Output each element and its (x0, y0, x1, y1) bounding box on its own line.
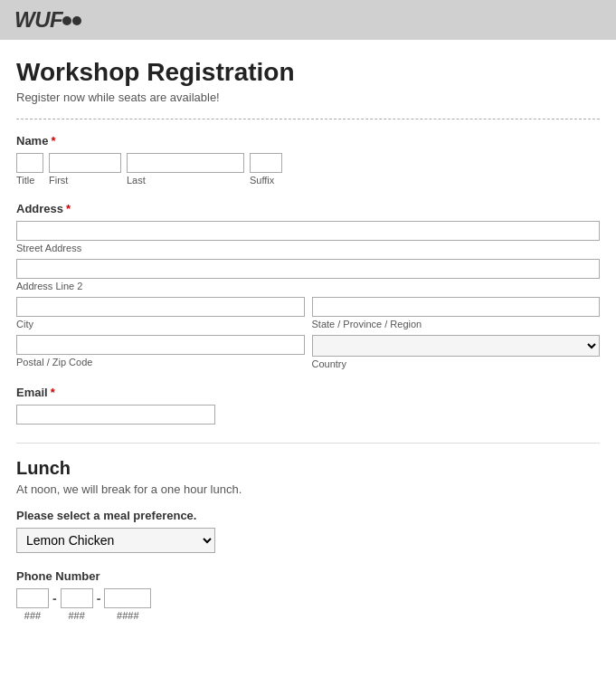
postal-input[interactable] (16, 335, 305, 355)
phone-dash-1: - (52, 591, 57, 618)
address-label: Address* (16, 202, 600, 215)
state-input[interactable] (312, 297, 601, 317)
phone-label: Phone Number (16, 569, 600, 583)
first-input[interactable] (49, 153, 121, 173)
country-sublabel: Country (312, 358, 601, 369)
street-sublabel: Street Address (16, 243, 600, 253)
city-state-row: City State / Province / Region (16, 297, 600, 329)
phone-exchange-input[interactable] (61, 588, 93, 608)
phone-area-input[interactable] (16, 588, 49, 608)
phone-area-wrap: ### (16, 588, 49, 621)
first-sublabel: First (49, 175, 121, 186)
phone-area-sub: ### (24, 610, 41, 621)
address-required: * (66, 202, 71, 215)
lunch-description: At noon, we will break for a one hour lu… (16, 482, 600, 496)
phone-dash-2: - (97, 591, 101, 618)
phone-field-group: Phone Number ### - ### - #### (16, 569, 600, 621)
phone-inputs-row: ### - ### - #### (16, 588, 600, 621)
line2-sublabel: Address Line 2 (16, 281, 600, 291)
phone-exchange-sub: ### (68, 610, 84, 621)
header: WuF (0, 0, 616, 40)
state-field: State / Province / Region (312, 297, 601, 329)
phone-number-wrap: #### (104, 588, 151, 621)
title-field: Title (16, 153, 43, 186)
name-inputs-row: Title First Last Suffix (16, 153, 600, 186)
section-divider-top (16, 119, 600, 119)
section-divider-lunch (16, 443, 600, 444)
meal-select[interactable]: Lemon Chicken Vegetarian Fish Beef (16, 528, 215, 553)
suffix-input[interactable] (250, 153, 282, 173)
lunch-title: Lunch (16, 458, 600, 479)
phone-number-input[interactable] (104, 588, 151, 608)
postal-country-row: Postal / Zip Code United States Canada U… (16, 335, 600, 369)
page-subtitle: Register now while seats are available! (16, 91, 600, 104)
state-sublabel: State / Province / Region (312, 319, 601, 329)
city-sublabel: City (16, 319, 305, 329)
last-field: Last (127, 153, 244, 186)
name-required: * (51, 134, 55, 148)
address-line2-row: Address Line 2 (16, 259, 600, 291)
meal-preference-label: Please select a meal preference. (16, 509, 600, 522)
lunch-section: Lunch At noon, we will break for a one h… (16, 458, 600, 553)
email-required: * (51, 386, 55, 399)
street-address-row: Street Address (16, 221, 600, 253)
wufoo-logo: WuF (14, 7, 81, 33)
phone-exchange-wrap: ### (61, 588, 93, 621)
last-input[interactable] (127, 153, 244, 173)
main-content: Workshop Registration Register now while… (0, 40, 616, 664)
country-field: United States Canada United Kingdom Aust… (312, 335, 601, 369)
title-input[interactable] (16, 153, 43, 173)
title-sublabel: Title (16, 175, 43, 186)
email-field-group: Email* (16, 386, 600, 425)
email-input[interactable] (16, 405, 215, 425)
last-sublabel: Last (127, 175, 244, 186)
country-select[interactable]: United States Canada United Kingdom Aust… (312, 335, 601, 357)
suffix-sublabel: Suffix (250, 175, 282, 186)
street-address-input[interactable] (16, 221, 600, 241)
phone-number-sub: #### (117, 610, 138, 621)
postal-field: Postal / Zip Code (16, 335, 305, 369)
name-label: Name* (16, 134, 600, 148)
suffix-field: Suffix (250, 153, 282, 186)
address-line2-input[interactable] (16, 259, 600, 279)
address-field-group: Address* Street Address Address Line 2 C… (16, 202, 600, 369)
first-field: First (49, 153, 121, 186)
city-input[interactable] (16, 297, 305, 317)
city-field: City (16, 297, 305, 329)
page-title: Workshop Registration (16, 58, 600, 87)
email-label: Email* (16, 386, 600, 399)
name-field-group: Name* Title First Last Suffix (16, 134, 600, 186)
postal-sublabel: Postal / Zip Code (16, 357, 305, 367)
